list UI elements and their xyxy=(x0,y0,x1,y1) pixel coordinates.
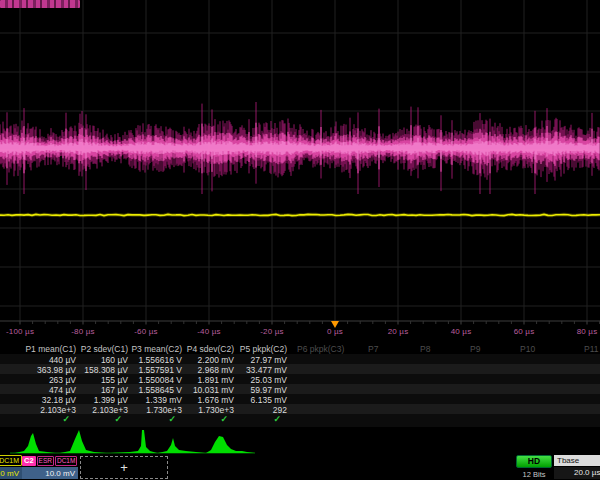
channel-c2-descriptor[interactable]: C2 ESR DC1M 10.0 mV xyxy=(22,455,78,479)
time-axis-label: -100 µs xyxy=(6,327,34,336)
meas-header-inactive[interactable]: P7 xyxy=(368,344,378,354)
meas-value-cell: 1.676 mV xyxy=(198,395,234,405)
meas-value-cell: 25.03 mV xyxy=(251,375,287,385)
time-axis-label: 80 µs xyxy=(577,327,598,336)
meas-value-cell: 2.200 mV xyxy=(198,355,234,365)
meas-value-cell: 1.891 mV xyxy=(198,375,234,385)
meas-value-cell: 167 µV xyxy=(101,385,128,395)
meas-value-cell: 59.97 mV xyxy=(251,385,287,395)
meas-value-cell: 32.18 µV xyxy=(42,395,76,405)
measurement-histicons xyxy=(0,428,600,455)
time-axis-label: 20 µs xyxy=(388,327,409,336)
meas-value-cell: 27.97 mV xyxy=(251,355,287,365)
timebase-label: Tbase xyxy=(554,455,600,466)
clipped-trace-annotation xyxy=(0,0,80,8)
meas-header-inactive[interactable]: P6 pkpk(C3) xyxy=(297,344,344,354)
c1-coupling-badge: DC1M xyxy=(0,455,22,466)
histicon xyxy=(110,430,157,453)
time-axis-label: -60 µs xyxy=(134,327,158,336)
meas-header[interactable]: P3 mean(C2) xyxy=(131,344,182,354)
c2-coupling-badge: DC1M xyxy=(55,456,77,466)
hd-bits-label: 12 Bits xyxy=(516,470,552,479)
time-axis-label: -40 µs xyxy=(197,327,221,336)
histicon xyxy=(15,433,55,453)
meas-header[interactable]: P2 sdev(C1) xyxy=(81,344,128,354)
meas-value-cell: 1.550084 V xyxy=(139,375,182,385)
meas-header-inactive[interactable]: P10 xyxy=(520,344,535,354)
status-check-icon: ✓ xyxy=(220,414,228,424)
meas-value-cell: 1.557591 V xyxy=(139,365,182,375)
c1-scale-value: 10.0 mV xyxy=(0,467,22,479)
add-trace-button[interactable]: + xyxy=(80,456,168,479)
meas-header[interactable]: P1 mean(C1) xyxy=(25,344,76,354)
table-row-stripe xyxy=(0,404,600,414)
time-axis-label: 0 µs xyxy=(327,327,343,336)
meas-header[interactable]: P4 sdev(C2) xyxy=(187,344,234,354)
meas-value-cell: 1.556616 V xyxy=(139,355,182,365)
hd-badge: HD xyxy=(516,455,552,468)
histicon xyxy=(206,436,255,453)
meas-value-cell: 1.730e+3 xyxy=(146,405,182,415)
meas-value-cell: 363.98 µV xyxy=(37,365,76,375)
meas-value-cell: 263 µV xyxy=(49,375,76,385)
time-axis-label: -80 µs xyxy=(71,327,95,336)
c2-channel-chip: C2 xyxy=(22,456,36,466)
meas-header[interactable]: P5 pkpk(C2) xyxy=(240,344,287,354)
meas-value-cell: 2.968 mV xyxy=(198,365,234,375)
status-check-icon: ✓ xyxy=(168,414,176,424)
graticule-and-traces xyxy=(0,0,600,340)
time-axis-label: 60 µs xyxy=(514,327,535,336)
meas-value-cell: 160 µV xyxy=(101,355,128,365)
status-check-icon: ✓ xyxy=(114,414,122,424)
timebase-descriptor[interactable]: Tbase 20.0 µs/div xyxy=(554,455,600,479)
c2-scale-value: 10.0 mV xyxy=(22,467,78,479)
measurement-table: P1 mean(C1)P2 sdev(C1)P3 mean(C2)P4 sdev… xyxy=(0,343,600,427)
table-row-stripe xyxy=(0,354,600,364)
plus-icon: + xyxy=(120,460,128,475)
meas-value-cell: 440 µV xyxy=(49,355,76,365)
histicon xyxy=(60,430,106,453)
table-row-stripe xyxy=(0,384,600,394)
meas-value-cell: 2.103e+3 xyxy=(92,405,128,415)
oscilloscope-screen: -100 µs-80 µs-60 µs-40 µs-20 µs0 µs20 µs… xyxy=(0,0,600,480)
table-row-stripe xyxy=(0,394,600,404)
meas-header-inactive[interactable]: P11 xyxy=(584,344,599,354)
meas-value-cell: 474 µV xyxy=(49,385,76,395)
meas-value-cell: 2.103e+3 xyxy=(40,405,76,415)
meas-header-inactive[interactable]: P8 xyxy=(420,344,430,354)
table-row-stripe xyxy=(0,374,600,384)
meas-value-cell: 33.477 mV xyxy=(246,365,287,375)
status-check-icon: ✓ xyxy=(62,414,70,424)
c2-esr-badge: ESR xyxy=(37,456,54,466)
meas-value-cell: 1.730e+3 xyxy=(198,405,234,415)
meas-value-cell: 6.135 mV xyxy=(251,395,287,405)
meas-value-cell: 1.558645 V xyxy=(139,385,182,395)
hd-mode-indicator: HD 12 Bits xyxy=(516,455,552,479)
time-axis-label: -20 µs xyxy=(260,327,284,336)
timebase-value: 20.0 µs/div xyxy=(554,467,600,479)
table-row-stripe xyxy=(0,414,600,427)
meas-value-cell: 155 µV xyxy=(101,375,128,385)
histicon xyxy=(158,438,205,453)
meas-value-cell: 158.308 µV xyxy=(84,365,128,375)
descriptor-bar: DC1M 10.0 mV C2 ESR DC1M 10.0 mV + HD 12… xyxy=(0,455,600,480)
channel-c1-descriptor[interactable]: DC1M 10.0 mV xyxy=(0,455,22,479)
meas-value-cell: 10.031 mV xyxy=(193,385,234,395)
meas-value-cell: 1.399 µV xyxy=(94,395,128,405)
status-check-icon: ✓ xyxy=(273,414,281,424)
meas-value-cell: 1.339 mV xyxy=(146,395,182,405)
time-axis-label: 40 µs xyxy=(451,327,472,336)
meas-header-inactive[interactable]: P9 xyxy=(470,344,480,354)
